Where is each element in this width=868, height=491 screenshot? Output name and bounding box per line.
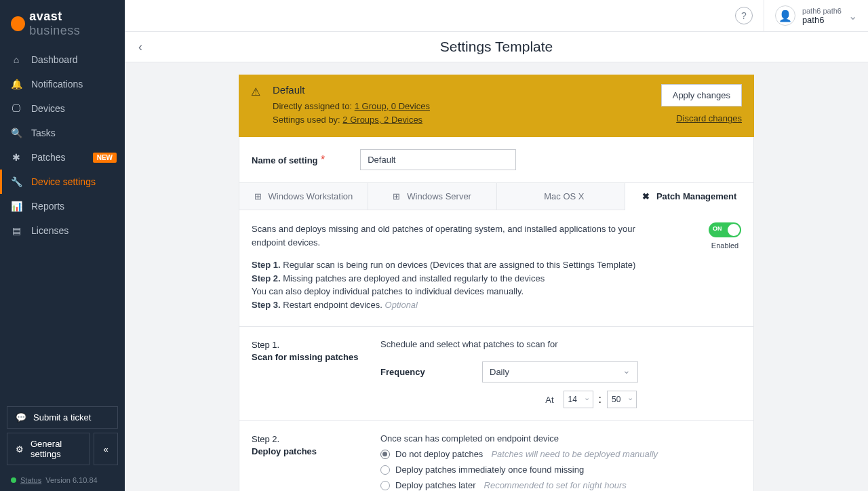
- page-title: Settings Template: [125, 39, 868, 55]
- toggle-enabled-label: Enabled: [709, 241, 741, 250]
- general-settings-label: General settings: [31, 439, 81, 459]
- search-icon: 🔍: [11, 127, 22, 138]
- radio-hint: Recommended to set for night hours: [484, 480, 627, 490]
- step1-name: Scan for missing patches: [252, 352, 359, 362]
- tab-label: Patch Management: [656, 191, 736, 201]
- discard-changes-link[interactable]: Discard changes: [676, 113, 742, 123]
- sidebar-item-label: Devices: [31, 103, 65, 114]
- name-of-setting-input[interactable]: [360, 149, 516, 170]
- sidebar-item-label: Notifications: [31, 79, 83, 90]
- patch-management-toggle[interactable]: ON: [709, 222, 741, 237]
- sidebar-item-tasks[interactable]: 🔍Tasks: [0, 121, 125, 145]
- sidebar-footer: 💬Submit a ticket ⚙General settings «: [0, 399, 125, 472]
- step2-extra: You can also deploy individual patches t…: [252, 285, 741, 298]
- scan-hour-select[interactable]: 14: [564, 391, 593, 408]
- sidebar-item-dashboard[interactable]: ⌂Dashboard: [0, 47, 125, 72]
- warning-triangle-icon: ⚠: [251, 86, 260, 98]
- apply-changes-button[interactable]: Apply changes: [661, 84, 742, 106]
- time-colon: :: [599, 393, 601, 406]
- version-label: Version 6.10.84: [45, 476, 97, 484]
- radio-hint: Patches will need to be deployed manuall…: [491, 449, 658, 459]
- topbar: ? 👤 path6 path6 path6 ⌄: [125, 0, 868, 32]
- usedby-prefix: Settings used by:: [273, 115, 342, 125]
- scan-frequency-select[interactable]: Daily: [482, 361, 638, 382]
- chat-icon: 💬: [16, 412, 26, 423]
- tab-label: Mac OS X: [544, 191, 584, 201]
- sidebar-item-label: Licenses: [31, 225, 68, 236]
- step2-text: Missing patches are deployed and install…: [283, 273, 545, 283]
- monitor-icon: 🖵: [11, 103, 22, 114]
- usedby-link[interactable]: 2 Groups, 2 Devices: [342, 115, 422, 125]
- frequency-label: Frequency: [380, 367, 462, 377]
- radio-input[interactable]: [380, 481, 390, 490]
- step2-subtitle: Once scan has completed on endpoint devi…: [380, 433, 741, 444]
- unsaved-changes-banner: ⚠ Default Directly assigned to: 1 Group,…: [239, 75, 754, 137]
- puzzle-icon: ✱: [11, 152, 22, 163]
- step1-section: Step 1.Scan for missing patches Schedule…: [239, 327, 753, 421]
- status-bar: Status Version 6.10.84: [0, 472, 125, 491]
- toggle-on-label: ON: [713, 225, 722, 232]
- radio-label: Do not deploy patches: [395, 449, 483, 459]
- sidebar-item-label: Device settings: [31, 176, 96, 187]
- at-label: At: [545, 395, 553, 405]
- sidebar: avast business ⌂Dashboard 🔔Notifications…: [0, 0, 125, 491]
- submit-ticket-label: Submit a ticket: [33, 412, 91, 423]
- sidebar-item-label: Dashboard: [31, 54, 78, 65]
- sidebar-item-reports[interactable]: 📊Reports: [0, 194, 125, 218]
- radio-input[interactable]: [380, 465, 390, 475]
- step2-name: Deploy patches: [252, 446, 317, 456]
- dashboard-icon: ⌂: [11, 54, 22, 65]
- back-button[interactable]: ‹: [138, 40, 142, 54]
- radio-do-not-deploy[interactable]: Do not deploy patchesPatches will need t…: [380, 449, 741, 459]
- user-icon: 👤: [778, 9, 792, 22]
- windows-icon: ⊞: [254, 191, 262, 201]
- sidebar-item-patches[interactable]: ✱PatchesNEW: [0, 145, 125, 170]
- sidebar-item-label: Tasks: [31, 127, 56, 138]
- submit-ticket-button[interactable]: 💬Submit a ticket: [7, 406, 118, 429]
- tab-mac-osx[interactable]: Mac OS X: [497, 183, 626, 210]
- tab-windows-server[interactable]: ⊞Windows Server: [368, 183, 497, 210]
- required-asterisk: *: [318, 154, 326, 165]
- tab-patch-management[interactable]: ✖Patch Management: [625, 183, 753, 210]
- sidebar-item-label: Reports: [31, 201, 64, 212]
- radio-deploy-immediately[interactable]: Deploy patches immediately once found mi…: [380, 465, 741, 475]
- gear-icon: ⚙: [16, 444, 24, 454]
- step3-bold: Step 3.: [252, 300, 283, 310]
- sidebar-item-devices[interactable]: 🖵Devices: [0, 96, 125, 121]
- tab-label: Windows Server: [407, 191, 471, 201]
- user-menu[interactable]: 👤 path6 path6 path6 ⌄: [764, 0, 857, 32]
- panel-header: Scans and deploys missing and old patche…: [239, 210, 753, 327]
- assigned-link[interactable]: 1 Group, 0 Devices: [355, 101, 430, 111]
- brand-name: avast: [29, 9, 62, 23]
- tab-windows-workstation[interactable]: ⊞Windows Workstation: [239, 183, 368, 210]
- sidebar-item-notifications[interactable]: 🔔Notifications: [0, 72, 125, 96]
- wrench-icon: 🔧: [11, 176, 22, 187]
- avast-logo-icon: [11, 16, 25, 31]
- sidebar-item-device-settings[interactable]: 🔧Device settings: [0, 170, 125, 194]
- panel-description: Scans and deploys missing and old patche…: [252, 222, 658, 249]
- status-link[interactable]: Status: [20, 476, 41, 484]
- platform-tabs: ⊞Windows Workstation ⊞Windows Server Mac…: [239, 182, 753, 210]
- step2-bold: Step 2.: [252, 273, 283, 283]
- list-icon: ▤: [11, 225, 22, 236]
- radio-label: Deploy patches immediately once found mi…: [395, 465, 584, 475]
- patch-icon: ✖: [642, 191, 650, 201]
- bell-icon: 🔔: [11, 79, 22, 90]
- chevron-left-icon: «: [103, 444, 108, 454]
- help-button[interactable]: ?: [735, 7, 753, 24]
- name-field-label: Name of setting: [252, 155, 318, 165]
- radio-deploy-later[interactable]: Deploy patches laterRecommended to set f…: [380, 480, 741, 490]
- name-of-setting-row: Name of setting *: [239, 137, 753, 182]
- optional-label: Optional: [385, 300, 418, 310]
- step1-bold: Step 1.: [252, 260, 283, 270]
- sidebar-item-licenses[interactable]: ▤Licenses: [0, 218, 125, 243]
- radio-input[interactable]: [380, 450, 390, 459]
- brand-suffix: business: [29, 24, 80, 37]
- status-dot-icon: [11, 477, 16, 483]
- tab-label: Windows Workstation: [269, 191, 353, 201]
- collapse-sidebar-button[interactable]: «: [94, 433, 118, 465]
- general-settings-button[interactable]: ⚙General settings: [7, 433, 90, 465]
- step2-section: Step 2.Deploy patches Once scan has comp…: [239, 421, 753, 491]
- user-upper-label: path6 path6: [802, 7, 842, 15]
- scan-minute-select[interactable]: 50: [607, 391, 637, 408]
